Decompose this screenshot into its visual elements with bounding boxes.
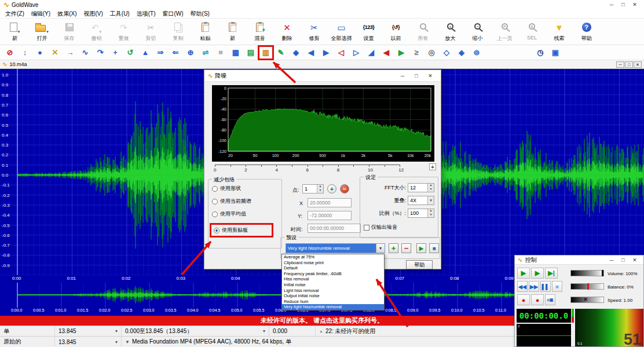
y-input[interactable]: -72.00000 [308, 211, 352, 220]
menu-item[interactable]: 效果(X) [54, 10, 79, 18]
radio-option[interactable]: 使用剪贴板 [210, 223, 273, 238]
effect-icon-2[interactable]: ↕ [19, 47, 31, 59]
effect-icon-27[interactable]: ▶ [395, 47, 408, 59]
select-all-button[interactable]: ▭全部选择 [328, 19, 355, 44]
format-dropdown-icon[interactable]: ▼ [125, 339, 130, 345]
stop-button[interactable]: ■ [552, 281, 562, 292]
dialog-titlebar[interactable]: ∿ 降噪 ─ □ ✕ [204, 70, 441, 82]
menu-item[interactable]: 视图(V) [80, 10, 105, 18]
effect-icon-9[interactable]: ↺ [124, 47, 137, 59]
effect-icon-21[interactable]: ◀ [305, 47, 317, 59]
menu-item[interactable]: 编辑(Y) [28, 10, 53, 18]
zoom-previous-button[interactable]: ↶上一页 [491, 19, 518, 44]
effect-icon-33[interactable]: ◷ [534, 47, 547, 59]
trim-button[interactable]: ✂修剪 [301, 19, 328, 44]
open-button[interactable]: ▾打开 [28, 19, 56, 44]
effect-icon-30[interactable]: ◇ [440, 47, 453, 59]
preview-stop-button[interactable]: ■ [429, 243, 439, 253]
effect-icon-32[interactable]: ⊚ [470, 47, 483, 59]
rewind-button[interactable]: ◀◀ [517, 281, 528, 292]
play-selection-button[interactable]: ▶ [531, 268, 544, 279]
set-button[interactable]: {123}设置 [355, 19, 382, 44]
zoom-all-button[interactable]: 所有 [409, 19, 437, 44]
control-minimize-icon[interactable]: ─ [606, 257, 617, 263]
record-selection-button[interactable]: ● [531, 294, 544, 305]
effect-icon-5[interactable]: → [64, 47, 76, 59]
control-titlebar[interactable]: ∿ 控制 ─ □ ✕ [515, 255, 643, 265]
effect-icon-25[interactable]: ◢ [365, 47, 378, 59]
original-length-dropdown-icon[interactable]: ▾ [115, 339, 118, 345]
effect-icon-19[interactable]: ✎ [275, 47, 287, 59]
menu-item[interactable]: 窗口(W) [159, 10, 186, 18]
point-spinner[interactable]: ▲▼ [317, 185, 323, 193]
effect-icon-13[interactable]: ⊕ [184, 47, 197, 59]
ratio-spinner[interactable]: ▲▼ [427, 209, 434, 217]
zoom-out-button[interactable]: −缩小 [464, 19, 491, 44]
effect-icon-10[interactable]: ▲ [139, 47, 152, 59]
save-button[interactable]: 保存 [56, 19, 83, 44]
effect-icon-15[interactable]: ≡ [214, 47, 227, 59]
fft-size-spinner[interactable]: ▲▼ [427, 184, 434, 192]
scale-zoom-button[interactable]: + [429, 163, 436, 170]
speed-slider[interactable]: ✕ [570, 297, 604, 303]
noise-reduction-icon[interactable]: ▥ [259, 47, 272, 59]
maximize-icon[interactable]: □ [617, 2, 629, 8]
effect-icon-28[interactable]: ≥ [410, 47, 423, 59]
wave-close-icon[interactable]: ✕ [634, 61, 642, 68]
point-scale[interactable]: 024681012 [215, 165, 406, 174]
preset-option[interactable]: Initial noise [282, 282, 384, 288]
preset-option[interactable]: Very light hiss/rumble removal [282, 304, 384, 310]
menu-item[interactable]: 工具(U) [107, 10, 133, 18]
volume-slider[interactable] [570, 270, 604, 276]
fast-forward-button[interactable]: ▶▶ [529, 281, 539, 292]
noise-spectrum-graph[interactable]: 0-20-40-60-80-100-12020501002005001k2k5k… [212, 85, 434, 162]
preview-play-button[interactable]: ▶ [416, 243, 426, 253]
preset-option[interactable]: Hiss removal [282, 276, 384, 282]
point-input[interactable]: 1 ▲▼ [302, 184, 324, 193]
zoom-selection-button[interactable]: SSEL [518, 19, 546, 44]
effect-icon-29[interactable]: ◎ [425, 47, 438, 59]
effect-icon-1[interactable]: ⊘ [3, 47, 16, 59]
effect-icon-23[interactable]: ◁ [335, 47, 347, 59]
chevron-down-icon[interactable]: ▾ [18, 30, 20, 34]
effect-icon-14[interactable]: ⇌ [199, 47, 212, 59]
play-button[interactable]: ▶ [517, 268, 530, 279]
effect-icon-12[interactable]: ⇐ [169, 47, 182, 59]
zoom-in-button[interactable]: +放大 [437, 19, 464, 44]
wave-restore-icon[interactable]: □ [625, 61, 633, 68]
paste-new-button[interactable]: 新 [219, 19, 246, 44]
redo-button[interactable]: ↷重做 [110, 19, 137, 44]
preset-combobox[interactable]: Very light hiss/rumble removal ▾ [286, 243, 385, 253]
record-button[interactable]: ● [517, 294, 530, 305]
effect-icon-17[interactable]: ▤ [244, 47, 257, 59]
effect-icon-8[interactable]: + [109, 47, 122, 59]
new-button[interactable]: ▾新 [1, 19, 28, 44]
control-maximize-icon[interactable]: □ [617, 257, 629, 263]
chevron-down-icon[interactable]: ▾ [46, 30, 49, 34]
paste-button[interactable]: 粘贴 [192, 19, 219, 44]
ratio-input[interactable]: 100 ▲▼ [408, 209, 434, 218]
menu-item[interactable]: 选项(T) [134, 10, 159, 18]
preset-save-button[interactable]: + [389, 243, 398, 253]
mix-button[interactable]: +混音 [246, 19, 273, 44]
effect-icon-24[interactable]: ▷ [350, 47, 363, 59]
undo-button[interactable]: ↶▾撤销 [83, 19, 110, 44]
wave-window-titlebar[interactable]: ∿ 10.m4a ─ □ ✕ [0, 60, 644, 69]
effect-icon-4[interactable]: ✕ [49, 47, 61, 59]
dialog-close-icon[interactable]: ✕ [423, 73, 437, 79]
cut-button[interactable]: ✂剪切 [137, 19, 164, 44]
play-end-button[interactable]: ▶| [545, 268, 558, 279]
dialog-minimize-icon[interactable]: ─ [396, 73, 409, 79]
fft-size-input[interactable]: 12 ▲▼ [408, 183, 434, 192]
radio-option[interactable]: 使用形状 [212, 185, 278, 192]
control-close-icon[interactable]: ✕ [629, 257, 641, 263]
preset-dropdown-icon[interactable]: ▾ [376, 244, 385, 253]
pause-button[interactable]: ▌▌ [540, 281, 551, 292]
x-input[interactable]: 20.00000 [308, 198, 352, 207]
close-icon[interactable]: ✕ [629, 2, 641, 8]
overlap-dropdown-icon[interactable]: ▾ [427, 196, 434, 204]
effect-icon-31[interactable]: ◈ [455, 47, 468, 59]
add-point-button[interactable]: + [327, 184, 336, 193]
preset-option[interactable]: Frequency peak limiter, -60dB [282, 271, 384, 277]
preset-delete-button[interactable]: − [401, 243, 411, 253]
